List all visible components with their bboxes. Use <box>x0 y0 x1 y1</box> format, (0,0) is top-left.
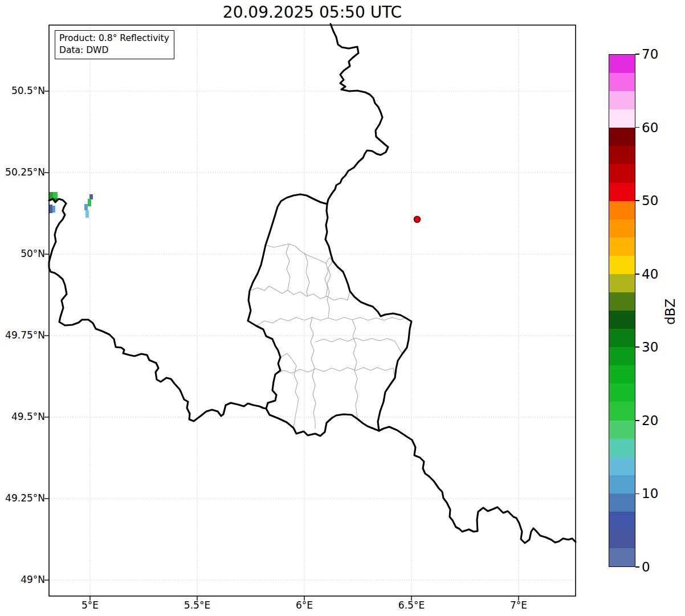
data-source-label: Data: DWD <box>59 44 169 56</box>
lon-tick-label: 5.5°E <box>172 599 223 611</box>
canton-border-line <box>280 353 299 428</box>
colorbar-tick-label: 50 <box>642 193 658 209</box>
colorbar-band <box>609 238 635 256</box>
canton-border-line <box>250 286 350 300</box>
canton-border-line <box>310 317 316 429</box>
canton-border-line <box>316 338 402 354</box>
radar-echo-cell <box>88 199 91 206</box>
radar-echo-cell <box>89 194 93 199</box>
colorbar-band <box>609 274 635 292</box>
lat-tick-label: 50.25°N <box>0 166 45 179</box>
radar-echo-cell <box>52 206 55 213</box>
lon-tick-label: 6.5°E <box>386 599 437 611</box>
lat-tick-label: 49.25°N <box>0 492 45 505</box>
radar-echo-cell <box>85 210 89 218</box>
colorbar-band <box>609 292 635 311</box>
colorbar-band <box>609 183 635 201</box>
canton-border-line <box>305 254 309 296</box>
figure: 20.09.2025 05:50 UTC Prod <box>0 0 685 616</box>
country-borders <box>49 24 576 543</box>
colorbar-band <box>609 256 635 274</box>
colorbar-band <box>609 329 635 347</box>
colorbar-tick-label: 70 <box>642 46 658 62</box>
colorbar-band <box>609 384 635 402</box>
lat-tick-label: 50°N <box>0 248 45 260</box>
colorbar-tick-label: 0 <box>642 559 650 575</box>
canton-border-line <box>256 317 406 326</box>
canton-border-line <box>275 368 395 378</box>
radar-echo-cell <box>84 204 88 210</box>
colorbar-axis-label: dBZ <box>663 299 678 325</box>
product-info-box: Product: 0.8° Reflectivity Data: DWD <box>55 30 174 59</box>
lon-tick-label: 7°E <box>493 599 544 611</box>
colorbar-tick <box>635 493 639 495</box>
colorbar-tick <box>635 274 639 275</box>
colorbar-tick <box>635 200 639 201</box>
lon-tick-label: 6°E <box>279 599 330 611</box>
france-germany-border <box>379 427 576 543</box>
product-label: Product: 0.8° Reflectivity <box>59 32 169 44</box>
radar-site-marker <box>414 217 421 223</box>
radar-echo-cell <box>49 205 52 213</box>
colorbar-band <box>609 530 635 548</box>
colorbar-band <box>609 164 635 182</box>
colorbar-tick <box>635 566 639 568</box>
colorbar-band <box>609 548 635 566</box>
colorbar-band <box>609 512 635 530</box>
colorbar-band <box>609 55 635 73</box>
colorbar-tick <box>635 420 639 421</box>
colorbar-band <box>609 493 635 512</box>
belgium-germany-border <box>327 24 388 204</box>
colorbar-band <box>609 219 635 238</box>
colorbar-band <box>609 457 635 475</box>
radar-echo-cells <box>49 192 93 218</box>
colorbar-band <box>609 347 635 365</box>
colorbar-tick-label: 40 <box>642 266 658 282</box>
colorbar-band <box>609 365 635 384</box>
colorbar-tick <box>635 54 639 55</box>
colorbar-band <box>609 109 635 128</box>
colorbar-tick-label: 20 <box>642 413 658 429</box>
lat-tick-label: 49.5°N <box>0 411 45 423</box>
colorbar-band <box>609 146 635 164</box>
lon-tick-label: 5°E <box>64 599 116 611</box>
colorbar-bands <box>609 55 635 566</box>
colorbar-band <box>609 439 635 457</box>
colorbar-tick-label: 60 <box>642 120 658 136</box>
colorbar-band <box>609 91 635 109</box>
lat-tick-label: 49.75°N <box>0 329 45 342</box>
map-canvas <box>0 0 685 616</box>
luxembourg-border <box>248 194 411 436</box>
lat-tick-label: 49°N <box>0 574 45 586</box>
colorbar-tick-label: 30 <box>642 339 658 355</box>
canton-border-line <box>286 244 290 290</box>
colorbar-band <box>609 475 635 493</box>
colorbar-band <box>609 201 635 219</box>
colorbar-band <box>609 128 635 146</box>
canton-border-line <box>266 244 333 263</box>
canton-border-line <box>325 263 328 296</box>
colorbar-band <box>609 311 635 329</box>
colorbar <box>609 54 635 567</box>
colorbar-band <box>609 421 635 439</box>
colorbar-tick <box>635 346 639 348</box>
colorbar-tick-label: 10 <box>642 486 658 501</box>
colorbar-tick <box>635 127 639 128</box>
graticule-gridlines <box>49 25 576 596</box>
map-frame <box>49 25 576 596</box>
colorbar-band <box>609 73 635 91</box>
colorbar-band <box>609 402 635 420</box>
radar-echo-cell <box>53 192 58 198</box>
lat-tick-label: 50.5°N <box>0 85 45 97</box>
belgium-france-border <box>49 199 266 421</box>
